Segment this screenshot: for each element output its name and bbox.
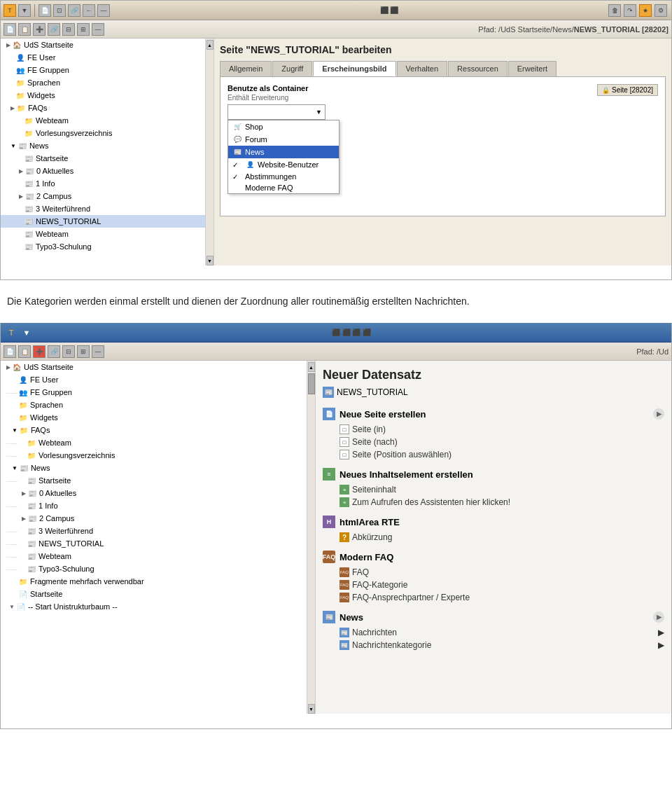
- webteam2-icon: 📰: [23, 228, 34, 240]
- box-icon[interactable]: ⊟: [62, 23, 75, 36]
- b-tree-unistruktur[interactable]: ▼ 📄 -- Start Unistrukturbaum --: [1, 600, 307, 613]
- b-box-icon[interactable]: ⊟: [62, 345, 75, 358]
- b-tree-startseite2[interactable]: 📄 Startseite: [1, 588, 307, 600]
- tree-item-feuser[interactable]: 👤 FE User: [1, 51, 205, 64]
- tree-item-widgets[interactable]: 📁 Widgets: [1, 89, 205, 102]
- b-doc1-icon[interactable]: 📄: [4, 345, 16, 358]
- b-tree-typo3[interactable]: —— 📰 Typo3-Schulung: [1, 562, 307, 575]
- b-tree-newstutorial[interactable]: —— 📰 NEWS_TUTORIAL: [1, 537, 307, 550]
- b-doc2-icon[interactable]: 📋: [18, 345, 31, 358]
- tree-item-faqs[interactable]: ▶ 📁 FAQs: [1, 102, 205, 114]
- b-tree-startseite[interactable]: —— 📰 Startseite: [1, 474, 307, 487]
- prev-icon[interactable]: —: [97, 4, 110, 17]
- neue-seite-arrow-icon[interactable]: ▶: [653, 408, 664, 420]
- star-icon[interactable]: ★: [639, 4, 652, 17]
- b-tree-info[interactable]: —— 📰 1 Info: [1, 499, 307, 512]
- b-tree-widgets[interactable]: 📁 Widgets: [1, 411, 307, 424]
- tree-item-vorles[interactable]: 📁 Vorlesungsverzeichnis: [1, 127, 205, 139]
- b-minus-icon[interactable]: —: [92, 345, 104, 358]
- tree-item-news-tutorial[interactable]: 📰 NEWS_TUTORIAL: [1, 215, 205, 228]
- triangle-news: ▼: [10, 143, 16, 149]
- tree-item-weiterfuhrend[interactable]: 📰 3 Weiterführend: [1, 202, 205, 215]
- sub-item-seiteninhalt[interactable]: ≡ Seiteninhalt: [323, 483, 664, 496]
- sub-item-faq-ansprechpartner[interactable]: FAQ FAQ-Ansprechpartner / Experte: [323, 591, 664, 604]
- dropdown-wrapper[interactable]: ▼ 🛒 Shop 💬 Forum: [227, 104, 326, 120]
- field-sublabel: Enthält Erweiterung: [227, 94, 658, 102]
- sub-item-seite-nach[interactable]: □ Seite (nach): [323, 436, 664, 448]
- sub-item-faq[interactable]: FAQ FAQ: [323, 566, 664, 579]
- dropdown-menu[interactable]: 🛒 Shop 💬 Forum 📰 News: [227, 120, 340, 194]
- sub-item-seite-pos[interactable]: □ Seite (Position auswählen): [323, 448, 664, 461]
- sub-item-nachrichtenkategorie[interactable]: 📰 Nachrichtenkategorie ▶: [323, 639, 664, 651]
- tree-item-campus[interactable]: ▶ 📰 2 Campus: [1, 190, 205, 202]
- b-tri-uds: ▶: [6, 364, 10, 371]
- dropdown-item-shop[interactable]: 🛒 Shop: [228, 120, 339, 133]
- minus-icon[interactable]: —: [92, 23, 104, 36]
- arrow-icon[interactable]: ↷: [624, 4, 636, 17]
- link-icon[interactable]: 🔗: [68, 4, 80, 17]
- b-tree-news[interactable]: ▼ 📰 News: [1, 462, 307, 474]
- tree-item-typo3[interactable]: 📰 Typo3-Schulung: [1, 240, 205, 253]
- b-tree-webteam1[interactable]: —— 📁 Webteam: [1, 436, 307, 449]
- b-chain-icon[interactable]: 🔗: [48, 345, 60, 358]
- news-arrow-icon[interactable]: ▶: [653, 611, 664, 623]
- tree-item-startseite[interactable]: 📰 Startseite: [1, 152, 205, 165]
- sub-item-faq-kategorie[interactable]: FAQ FAQ-Kategorie: [323, 579, 664, 591]
- sub-item-abkurzung[interactable]: ? Abkürzung: [323, 531, 664, 544]
- delete-icon[interactable]: 🗑: [608, 4, 621, 17]
- b-tree-vorles[interactable]: —— 📁 Vorlesungsverzeichnis: [1, 449, 307, 462]
- tree-item-webteam1[interactable]: 📁 Webteam: [1, 114, 205, 127]
- b-tree-fegruppen[interactable]: —— 👥 FE Gruppen: [1, 386, 307, 399]
- section-htmlarea: H htmlArea RTE: [323, 516, 664, 528]
- dropdown-item-news[interactable]: 📰 News: [228, 146, 339, 158]
- filter-icon[interactable]: ▼: [18, 4, 31, 17]
- dropdown-item-moderne-faq[interactable]: Moderne FAQ: [228, 182, 339, 193]
- b-tree-sprachen[interactable]: 📁 Sprachen: [1, 399, 307, 411]
- chain-icon[interactable]: 🔗: [48, 23, 60, 36]
- back-icon[interactable]: ←: [83, 4, 95, 17]
- sub-item-seite-in[interactable]: □ Seite (in): [323, 423, 664, 436]
- tree-item-uds[interactable]: ▶ 🏠 UdS Startseite: [1, 39, 205, 51]
- b-tree-faqs[interactable]: ▼ 📁 FAQs: [1, 424, 307, 436]
- b-startseite2-icon: 📄: [18, 588, 29, 600]
- sub-item-assistent[interactable]: ≡ Zum Aufrufen des Assistenten hier klic…: [323, 496, 664, 509]
- copy-icon[interactable]: ⊡: [53, 4, 66, 17]
- tab-ressourcen[interactable]: Ressourcen: [448, 61, 507, 76]
- b-grid-icon[interactable]: ⊞: [77, 345, 90, 358]
- doc2-icon[interactable]: 📋: [18, 23, 31, 36]
- typo3-tree-icon: 📰: [23, 241, 34, 252]
- tab-zugriff[interactable]: Zugriff: [272, 61, 312, 76]
- b-filter-icon[interactable]: ▼: [20, 326, 33, 339]
- b-typo3-icon: T: [5, 326, 18, 339]
- tree-item-info[interactable]: 📰 1 Info: [1, 177, 205, 190]
- add-icon[interactable]: ➕: [33, 23, 46, 36]
- triangle-uds: ▶: [6, 42, 10, 48]
- tab-verhalten[interactable]: Verhalten: [397, 61, 447, 76]
- tree-item-aktuelles[interactable]: ▶ 📰 0 Aktuelles: [1, 165, 205, 177]
- info-icon: 📰: [23, 178, 34, 189]
- tree-item-news[interactable]: ▼ 📰 News: [1, 139, 205, 152]
- b-tree-campus[interactable]: ▶ 📰 2 Campus: [1, 512, 307, 525]
- sub-item-nachrichten[interactable]: 📰 Nachrichten ▶: [323, 626, 664, 639]
- dropdown-select[interactable]: ▼: [227, 104, 326, 120]
- settings-icon[interactable]: ⚙: [654, 4, 667, 17]
- doc1-icon[interactable]: 📄: [4, 23, 16, 36]
- b-tree-uds[interactable]: ▶ 🏠 UdS Startseite: [1, 361, 307, 373]
- grid-icon[interactable]: ⊞: [77, 23, 90, 36]
- b-add-icon[interactable]: ➕: [33, 345, 46, 358]
- tab-erweitert[interactable]: Erweitert: [508, 61, 556, 76]
- b-tree-feuser[interactable]: 👤 FE User: [1, 373, 307, 386]
- tab-erscheinungsbild[interactable]: Erscheinungsbild: [313, 61, 396, 76]
- dropdown-item-abstimmungen[interactable]: ✓ Abstimmungen: [228, 171, 339, 182]
- b-tree-webteam2[interactable]: —— 📰 Webteam: [1, 550, 307, 562]
- dropdown-item-forum[interactable]: 💬 Forum: [228, 133, 339, 146]
- tab-allgemein[interactable]: Allgemein: [220, 61, 272, 76]
- tree-item-fegruppen[interactable]: 👥 FE Gruppen: [1, 64, 205, 76]
- tree-item-sprachen[interactable]: 📁 Sprachen: [1, 76, 205, 89]
- tree-item-webteam2[interactable]: 📰 Webteam: [1, 228, 205, 240]
- b-tree-fragmente[interactable]: 📁 Fragmente mehrfach verwendbar: [1, 575, 307, 588]
- b-tree-weiterf[interactable]: —— 📰 3 Weiterführend: [1, 525, 307, 537]
- dropdown-item-website-benutzer[interactable]: ✓ 👤 Website-Benutzer: [228, 158, 339, 171]
- b-tree-aktuelles[interactable]: ▶ 📰 0 Aktuelles: [1, 487, 307, 499]
- new-icon[interactable]: 📄: [38, 4, 51, 17]
